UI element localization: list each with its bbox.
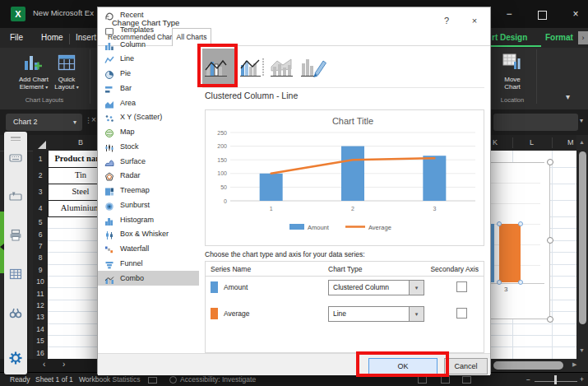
chart-type-dropdown-amount[interactable]: Clustered Column xyxy=(328,280,424,295)
tab-format[interactable]: Format xyxy=(545,33,573,42)
horizontal-scrollbar[interactable] xyxy=(491,359,588,372)
workbook-statistics[interactable]: Workbook Statistics xyxy=(79,375,140,384)
chart-resize-handle[interactable] xyxy=(547,237,553,244)
chart-type-sunburst[interactable]: Sunburst xyxy=(98,198,199,212)
close-button[interactable] xyxy=(564,3,587,25)
worksheet-grid-left[interactable] xyxy=(48,151,97,359)
tab-home[interactable]: Home xyxy=(41,33,63,42)
chart-resize-handle[interactable] xyxy=(547,159,553,165)
chart-type-waterfall[interactable]: Waterfall xyxy=(98,241,199,256)
normal-view-icon[interactable] xyxy=(418,376,427,384)
page-break-view-icon[interactable] xyxy=(462,376,471,384)
sheet-count[interactable]: Sheet 1 of 1 xyxy=(35,375,73,384)
page-layout-view-icon[interactable] xyxy=(441,376,450,384)
row-header-16[interactable]: 16 xyxy=(33,349,48,357)
chart-type-dropdown-average[interactable]: Line xyxy=(328,306,424,322)
row-header-9[interactable]: 9 xyxy=(33,266,48,274)
column-header-b[interactable]: B xyxy=(78,138,83,146)
chart-type-radar[interactable]: Radar xyxy=(98,168,199,183)
zoom-in-button[interactable]: + xyxy=(580,375,584,384)
vertical-scroll-thumb[interactable] xyxy=(579,151,586,324)
chart-type-treemap[interactable]: Treemap xyxy=(98,183,199,198)
combo-variant-clustered-column-line-on-secondary-axis[interactable] xyxy=(240,54,268,79)
row-header-10[interactable]: 10 xyxy=(33,277,48,286)
table-icon[interactable] xyxy=(9,267,22,284)
row-header-3[interactable]: 3 xyxy=(33,188,48,196)
chevron-down-icon[interactable] xyxy=(409,281,424,295)
chart-resize-handle[interactable] xyxy=(547,316,553,323)
zoom-slider-thumb[interactable] xyxy=(554,375,557,384)
row-header-8[interactable]: 8 xyxy=(33,253,48,262)
collapse-ribbon-icon[interactable] xyxy=(566,92,570,101)
chart-type-stock[interactable]: Stock xyxy=(98,139,199,154)
tab-file[interactable]: File xyxy=(10,33,23,42)
previous-sheet-icon[interactable] xyxy=(43,360,45,369)
orange-bar[interactable] xyxy=(499,224,521,282)
column-divider[interactable] xyxy=(552,137,553,148)
toolbar-drag-handle[interactable] xyxy=(11,140,21,142)
move-chart-button[interactable]: MoveChart xyxy=(493,76,531,91)
column-header-k[interactable]: K xyxy=(493,138,498,146)
chart-type-bar[interactable]: Bar xyxy=(98,81,199,95)
chart-type-surface[interactable]: Surface xyxy=(98,154,199,169)
chart-type-histogram[interactable]: Histogram xyxy=(98,212,199,227)
scroll-right-icon[interactable] xyxy=(572,361,576,368)
zoom-out-button[interactable]: − xyxy=(526,375,530,384)
row-header-13[interactable]: 13 xyxy=(33,313,48,321)
chart-type-line[interactable]: Line xyxy=(98,51,199,66)
scroll-down-icon[interactable] xyxy=(579,347,585,353)
minimize-button[interactable] xyxy=(498,3,521,25)
chart-type-area[interactable]: Area xyxy=(98,95,199,110)
toolbar-drag-handle[interactable] xyxy=(11,137,21,138)
combo-variant-stacked-area-clustered-column[interactable] xyxy=(271,54,299,79)
tab-insert[interactable]: Insert xyxy=(76,33,96,42)
cancel-entry-icon[interactable] xyxy=(91,115,96,124)
vertical-scrollbar[interactable] xyxy=(576,135,588,359)
row-header-1[interactable]: 1 xyxy=(33,155,48,163)
row-header-2[interactable]: 2 xyxy=(33,171,48,179)
next-sheet-icon[interactable] xyxy=(63,360,65,369)
row-header-4[interactable]: 4 xyxy=(33,204,48,212)
combo-variant-custom-combination[interactable] xyxy=(301,54,329,79)
row-header-15[interactable]: 15 xyxy=(33,337,48,345)
worksheet-chart[interactable]: 3 xyxy=(491,162,550,319)
keyboard-icon[interactable] xyxy=(9,151,22,168)
quick-layout-button[interactable]: QuickLayout xyxy=(45,76,88,91)
formula-input[interactable] xyxy=(493,114,578,131)
row-header-14[interactable]: 14 xyxy=(33,325,48,333)
chart-type-combo[interactable]: Combo xyxy=(98,271,199,286)
utility-side-toolbar[interactable] xyxy=(4,132,27,374)
column-header-l[interactable]: L xyxy=(530,138,534,146)
chart-type-x-y-scatter-[interactable]: X Y (Scatter) xyxy=(98,109,199,124)
column-header-m[interactable]: M xyxy=(567,138,574,146)
dialog-close-button[interactable] xyxy=(466,16,483,26)
gear-icon[interactable] xyxy=(8,351,23,369)
expand-formula-bar-icon[interactable] xyxy=(580,117,583,124)
row-header-11[interactable]: 11 xyxy=(33,290,48,298)
binoculars-icon[interactable] xyxy=(9,306,22,323)
secondary-axis-checkbox-average[interactable] xyxy=(456,308,467,319)
select-all-corner[interactable] xyxy=(38,141,46,149)
chevron-down-icon[interactable] xyxy=(409,307,424,321)
row-header-7[interactable]: 7 xyxy=(33,242,48,250)
chart-type-recent[interactable]: Recent xyxy=(98,7,199,22)
maximize-button[interactable] xyxy=(530,3,553,25)
name-box[interactable]: Chart 2 xyxy=(6,114,82,131)
ribbon-scroll-button[interactable] xyxy=(578,31,588,44)
row-header-12[interactable]: 12 xyxy=(33,301,48,309)
chart-type-funnel[interactable]: Funnel xyxy=(98,256,199,271)
chart-type-pie[interactable]: Pie xyxy=(98,66,199,81)
horizontal-scroll-thumb[interactable] xyxy=(493,361,563,370)
row-header-6[interactable]: 6 xyxy=(33,230,48,239)
chart-type-map[interactable]: Map xyxy=(98,124,199,139)
row-header-5[interactable]: 5 xyxy=(33,218,48,226)
cancel-button[interactable]: Cancel xyxy=(444,358,488,374)
chevron-down-icon[interactable] xyxy=(73,114,76,131)
toolbar-collapse-arrow[interactable] xyxy=(0,244,4,250)
accessibility-status[interactable]: Accessibility: Investigate xyxy=(180,375,256,384)
scroll-up-icon[interactable] xyxy=(579,139,585,145)
secondary-axis-checkbox-amount[interactable] xyxy=(456,281,467,292)
chart-type-box-whisker[interactable]: Box & Whisker xyxy=(98,226,199,241)
dialog-help-button[interactable]: ? xyxy=(438,16,455,26)
tab-chart-design[interactable]: rt Design xyxy=(492,33,527,42)
